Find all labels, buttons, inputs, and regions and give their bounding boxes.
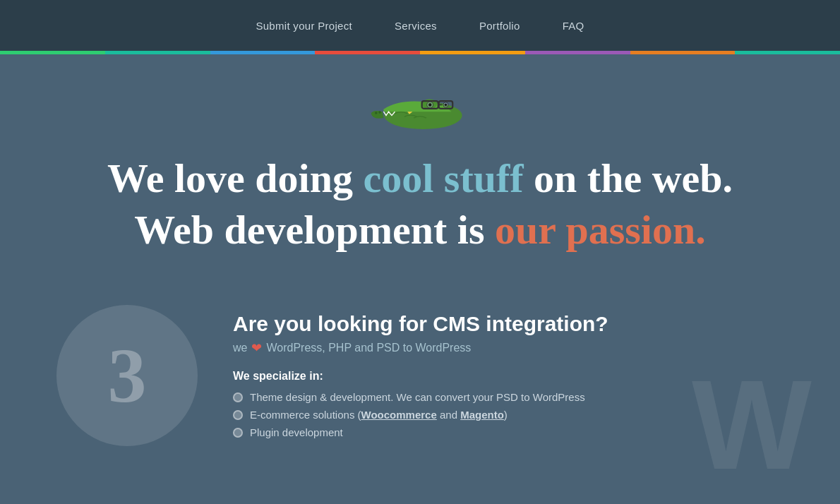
list-item-ecommerce: E-commerce solutions (Woocommerce and Ma… [233,409,784,421]
cms-content: Are you looking for CMS integration? we … [233,305,784,444]
svg-point-4 [428,103,431,106]
headline-text-1: We love doing [107,155,364,201]
croc-logo-image [367,79,473,136]
nav-services[interactable]: Services [395,20,437,32]
headline-line1: We love doing cool stuff on the web. [107,153,733,205]
nav-submit-project[interactable]: Submit your Project [256,20,352,32]
headline-text-3: Web development is [134,207,495,253]
cms-subtitle: we ❤ WordPress, PHP and PSD to WordPress [233,340,784,356]
hero-headline: We love doing cool stuff on the web. Web… [107,153,733,256]
woocommerce-link[interactable]: Woocommerce [361,409,437,421]
headline-line2: Web development is our passion. [107,205,733,256]
color-bar-segment-3 [210,51,316,54]
color-bar-segment-5 [420,51,525,54]
main-nav: Submit your Project Services Portfolio F… [0,0,840,51]
color-bar-segment-1 [0,51,105,54]
svg-point-5 [378,111,381,114]
color-bar-segment-8 [735,51,840,54]
section-cms: 3 Are you looking for CMS integration? w… [0,277,840,474]
headline-cool-stuff: cool stuff [363,155,523,201]
site-logo [367,76,473,139]
list-item-theme-text: Theme design & development. We can conve… [250,391,585,403]
headline-our-passion: our passion. [495,207,706,253]
list-item-plugin: Plugin development [233,426,784,438]
svg-point-6 [375,112,378,114]
color-bar-segment-2 [105,51,210,54]
list-item-ecommerce-text: E-commerce solutions (Woocommerce and Ma… [250,409,508,421]
list-item-theme: Theme design & development. We can conve… [233,391,784,403]
color-bar-segment-6 [525,51,630,54]
subtitle-suffix: WordPress, PHP and PSD to WordPress [266,342,471,354]
color-bar-segment-4 [315,51,420,54]
nav-faq[interactable]: FAQ [563,20,584,32]
heart-icon: ❤ [251,340,262,356]
ecommerce-suffix: ) [504,409,508,421]
magento-link[interactable]: Magento [460,409,504,421]
specialize-label: We specialize in: [233,370,784,383]
color-bar [0,51,840,54]
nav-portfolio[interactable]: Portfolio [479,20,520,32]
ecommerce-and: and [437,409,460,421]
step-number: 3 [108,337,147,414]
list-item-plugin-text: Plugin development [250,426,343,438]
hero-section: We love doing cool stuff on the web. Web… [0,54,840,277]
subtitle-we: we [233,342,247,354]
step-number-circle: 3 [56,305,198,446]
cms-title: Are you looking for CMS integration? [233,312,784,336]
svg-point-10 [445,104,448,107]
color-bar-segment-7 [630,51,736,54]
specialize-list: Theme design & development. We can conve… [233,391,784,438]
ecommerce-prefix: E-commerce solutions ( [250,409,361,421]
headline-text-2: on the web. [524,155,733,201]
